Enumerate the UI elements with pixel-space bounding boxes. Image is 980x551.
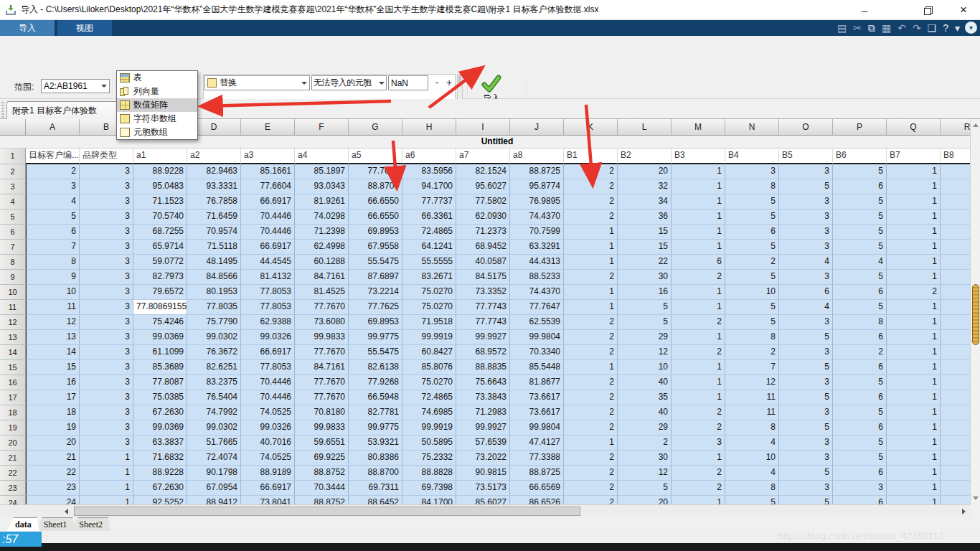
nan-input[interactable]: NaN [388,75,428,90]
grid-cell[interactable]: 71.5118 [187,240,241,255]
grid-cell[interactable]: 3 [80,315,133,330]
grid-cell[interactable]: 88.9189 [241,466,295,481]
grid-cell[interactable]: 75.0270 [402,285,456,300]
grid-cell[interactable]: 76.5404 [187,390,241,405]
grid-cell[interactable]: 77.7625 [349,164,402,179]
grid-cell[interactable]: 73.2022 [456,451,510,466]
grid-cell[interactable]: 84.5175 [456,270,510,285]
grid-cell[interactable]: a8 [510,149,564,164]
grid-cell[interactable]: 1 [887,209,941,225]
grid-cell[interactable]: 66.6569 [510,481,564,496]
grid-cell[interactable]: 2 [564,345,618,360]
grid-cell[interactable]: 5 [618,300,672,315]
grid-cell[interactable]: 75.0270 [402,375,456,390]
grid-cell[interactable]: 73.3843 [456,390,510,405]
grid-row-number[interactable]: 5 [0,209,26,225]
grid-cell[interactable]: 77.80869155 [133,300,187,315]
grid-cell[interactable] [941,435,970,451]
grid-column-header[interactable]: Q [887,119,941,136]
grid-cell[interactable]: 67.0954 [187,481,241,496]
grid-cell[interactable]: 77.8087 [133,375,187,390]
grid-cell[interactable]: 75.6643 [456,375,510,390]
grid-cell[interactable]: 1 [887,481,941,496]
grid-cell[interactable]: 88.9228 [133,164,187,179]
grid-row-number[interactable]: 17 [0,390,26,405]
menu-item-numeric-matrix[interactable]: 数值矩阵 [117,98,197,112]
grid-cell[interactable]: 11 [26,300,80,315]
grid-cell[interactable]: 66.6917 [241,240,295,255]
sheet-tab-sheet1[interactable]: Sheet1 [36,517,75,531]
grid-cell[interactable]: 3 [779,405,833,420]
grid-cell[interactable]: 74.6985 [402,405,456,420]
grid-cell[interactable]: 14 [26,345,80,360]
grid-cell[interactable] [941,451,970,466]
grid-cell[interactable]: 69.8953 [349,225,402,240]
grid-cell[interactable]: 2 [26,164,80,179]
grid-cell[interactable]: 66.6917 [241,481,295,496]
grid-cell[interactable]: 83.2375 [187,375,241,390]
grid-cell[interactable]: 15 [618,225,672,240]
grid-cell[interactable]: 3 [80,405,133,420]
document-tab[interactable]: 附录1 目标客户体验数 [6,101,118,119]
grid-cell[interactable]: 20 [26,435,80,451]
grid-cell[interactable]: 99.9919 [402,420,456,435]
grid-cell[interactable]: 1 [887,390,941,405]
paste-icon[interactable]: ▦ [882,20,891,36]
grid-cell[interactable]: 88.8752 [295,496,349,504]
grid-cell[interactable]: 90.9815 [456,466,510,481]
grid-cell[interactable]: 15 [26,360,80,375]
grid-cell[interactable]: 40 [618,405,672,420]
grid-cell[interactable]: 9 [26,270,80,285]
grid-cell[interactable]: 2 [564,420,618,435]
grid-cell[interactable]: 82.7973 [133,270,187,285]
grid-cell[interactable]: 1 [887,345,941,360]
grid-cell[interactable]: 1 [672,496,725,504]
grid-cell[interactable]: 84.7161 [295,270,349,285]
unimportable-rule-combobox[interactable]: 无法导入的元胞 [311,75,387,90]
grid-row-number[interactable]: 23 [0,481,26,496]
grid-cell[interactable]: 70.4446 [241,375,295,390]
scroll-right-icon[interactable] [958,507,969,517]
grid-cell[interactable]: 90.1798 [187,466,241,481]
grid-cell[interactable]: 73.5173 [456,481,510,496]
grid-row-number[interactable]: 6 [0,225,26,240]
grid-row-number[interactable]: 15 [0,360,26,375]
grid-column-header[interactable]: R [941,119,970,136]
redo-icon[interactable]: ↷ [913,20,921,36]
grid-cell[interactable]: 1 [80,451,133,466]
grid-cell[interactable]: 77.7743 [456,300,510,315]
grid-cell[interactable]: 59.6551 [295,435,349,451]
grid-cell[interactable]: 88.8752 [295,466,349,481]
grid-cell[interactable]: 77.8053 [241,285,295,300]
grid-cell[interactable]: 11 [725,405,779,420]
grid-cell[interactable]: 76.3672 [187,345,241,360]
grid-cell[interactable]: 74.0298 [295,209,349,225]
grid-cell[interactable]: 69.7311 [349,481,402,496]
grid-cell[interactable]: 6 [833,466,887,481]
grid-row-number[interactable]: 22 [0,466,26,481]
grid-cell[interactable]: 99.0302 [187,420,241,435]
grid-cell[interactable]: 5 [725,496,779,504]
grid-cell[interactable]: 3 [80,390,133,405]
grid-cell[interactable]: 82.1524 [456,164,510,179]
grid-row-number[interactable]: 9 [0,270,26,285]
grid-cell[interactable]: 75.0270 [402,300,456,315]
grid-cell[interactable]: 1 [80,496,133,504]
grid-row-number[interactable]: 19 [0,420,26,435]
grid-cell[interactable]: B8 [941,149,970,164]
grid-cell[interactable]: 2 [564,405,618,420]
grid-cell[interactable]: 2 [564,390,618,405]
grid-cell[interactable]: 22 [26,466,80,481]
grid-cell[interactable]: 84.7161 [295,360,349,375]
grid-cell[interactable]: 2 [725,255,779,270]
grid-cell[interactable]: 7 [725,360,779,375]
grid-cell[interactable]: 40.7016 [241,435,295,451]
grid-cell[interactable]: 69.8953 [349,315,402,330]
grid-cell[interactable]: 82.6138 [349,360,402,375]
grid-cell[interactable]: 30 [618,270,672,285]
grid-cell[interactable]: 53.9321 [349,435,402,451]
grid-cell[interactable]: 93.3331 [187,179,241,194]
grid-cell[interactable]: 4 [779,300,833,315]
grid-cell[interactable]: 70.7599 [510,225,564,240]
grid-cell[interactable]: 62.0930 [456,209,510,225]
